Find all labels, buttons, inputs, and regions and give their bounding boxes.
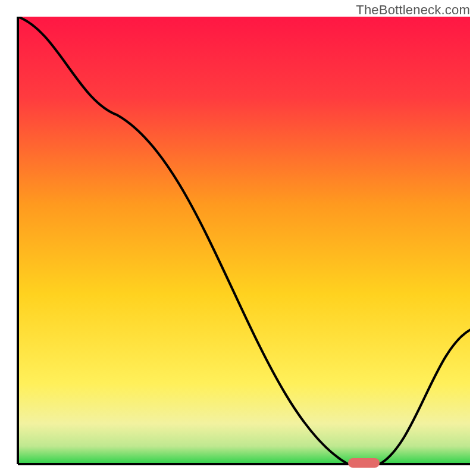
gradient-background — [18, 17, 470, 464]
bottleneck-chart — [0, 0, 476, 476]
optimal-range-marker — [348, 458, 380, 468]
chart-frame: TheBottleneck.com — [0, 0, 476, 476]
watermark-label: TheBottleneck.com — [356, 2, 470, 18]
